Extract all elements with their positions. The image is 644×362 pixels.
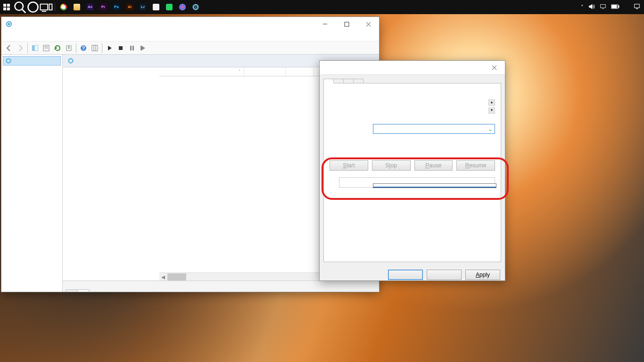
svg-rect-15 [618, 6, 619, 8]
svg-rect-25 [35, 45, 38, 51]
svg-rect-35 [119, 46, 123, 50]
svg-rect-17 [635, 4, 640, 8]
services-tree [1, 55, 63, 292]
svg-line-5 [22, 9, 25, 13]
scroll-down-icon[interactable]: ▾ [488, 107, 495, 114]
svg-rect-32 [92, 45, 98, 51]
toolbar-export-button[interactable] [63, 42, 74, 54]
services-titlebar[interactable] [1, 17, 379, 31]
maximize-button[interactable] [336, 17, 357, 31]
gear-icon [5, 58, 12, 64]
toolbar-help-button[interactable]: ? [78, 42, 89, 54]
toolbar-refresh-button[interactable] [52, 42, 63, 54]
toolbar-back-button[interactable] [3, 42, 15, 54]
services-icon [5, 20, 13, 28]
taskbar-app-explorer[interactable] [70, 4, 83, 10]
svg-rect-37 [132, 46, 134, 50]
description-box: ▴▾ [373, 99, 495, 114]
services-toolbar: ? [1, 41, 379, 55]
taskbar-app-pr[interactable]: Pr [97, 4, 110, 10]
taskbar-app-ai[interactable]: Ai [123, 4, 136, 10]
taskbar-app-whatsapp[interactable] [163, 4, 176, 10]
taskbar-app-generic1[interactable] [149, 4, 163, 10]
svg-rect-0 [3, 4, 6, 7]
tray-chevron-icon[interactable]: ˄ [581, 4, 584, 10]
toolbar-forward-button[interactable] [15, 42, 26, 54]
tree-item-services-local[interactable] [3, 56, 61, 66]
tray-battery-icon[interactable] [611, 4, 619, 10]
svg-point-39 [7, 59, 11, 63]
svg-rect-8 [49, 4, 52, 10]
column-description[interactable] [244, 67, 286, 76]
svg-point-11 [195, 6, 197, 8]
apply-button[interactable]: Apply [465, 270, 500, 280]
service-description-pane [63, 67, 159, 280]
taskbar: Ae Pr Ps Ai Lr ˄ [0, 0, 644, 14]
toolbar-pause-button[interactable] [126, 42, 138, 54]
taskbar-app-services[interactable] [189, 3, 202, 11]
svg-rect-7 [41, 4, 48, 10]
tray-notifications-icon[interactable] [634, 3, 640, 11]
minimize-button[interactable] [314, 17, 336, 31]
gear-icon [67, 58, 74, 64]
svg-rect-24 [32, 45, 34, 51]
taskbar-app-paint[interactable] [176, 4, 189, 10]
toolbar-play-button[interactable] [104, 42, 115, 54]
tab-general[interactable] [323, 79, 334, 83]
tab-extended[interactable] [66, 289, 78, 292]
taskbar-app-ps[interactable]: Ps [110, 4, 123, 10]
svg-rect-3 [7, 8, 10, 10]
scroll-up-icon[interactable]: ▴ [488, 99, 495, 106]
taskbar-app-ae[interactable]: Ae [83, 4, 97, 10]
tab-standard[interactable] [77, 289, 90, 292]
column-status[interactable] [286, 67, 314, 76]
svg-rect-2 [3, 8, 6, 10]
svg-rect-36 [130, 46, 132, 50]
toolbar-restart-button[interactable] [138, 42, 149, 54]
taskbar-app-chrome[interactable] [57, 4, 70, 10]
startup-type-combo[interactable]: ⌄ [373, 124, 495, 134]
toolbar-columns-button[interactable] [89, 42, 100, 54]
svg-rect-21 [345, 22, 349, 26]
svg-rect-16 [612, 5, 617, 8]
close-button[interactable] [483, 61, 505, 75]
svg-point-4 [15, 2, 24, 11]
column-name[interactable]: ˄ [159, 67, 244, 76]
toolbar-detail-button[interactable] [29, 42, 41, 54]
search-icon[interactable] [13, 0, 26, 14]
svg-rect-12 [601, 5, 606, 8]
properties-titlebar[interactable] [320, 61, 505, 75]
tray-network-icon[interactable] [600, 3, 606, 11]
ok-button[interactable] [388, 270, 423, 280]
cancel-button[interactable] [427, 270, 462, 280]
svg-text:?: ? [82, 46, 85, 51]
taskbar-app-lr[interactable]: Lr [136, 4, 149, 10]
chevron-down-icon: ⌄ [486, 126, 495, 132]
toolbar-properties-button[interactable] [41, 42, 52, 54]
task-view-icon[interactable] [40, 0, 53, 14]
services-menubar [1, 31, 379, 41]
svg-rect-1 [7, 4, 10, 7]
svg-point-40 [69, 59, 73, 63]
svg-point-6 [28, 2, 38, 12]
cortana-icon[interactable] [26, 0, 40, 14]
toolbar-stop-button[interactable] [115, 42, 126, 54]
close-button[interactable] [357, 17, 379, 31]
tray-volume-icon[interactable] [588, 3, 595, 11]
svg-rect-38 [140, 46, 141, 50]
annotation-highlight [322, 157, 509, 200]
svg-point-19 [8, 23, 10, 25]
start-button[interactable] [0, 0, 13, 14]
